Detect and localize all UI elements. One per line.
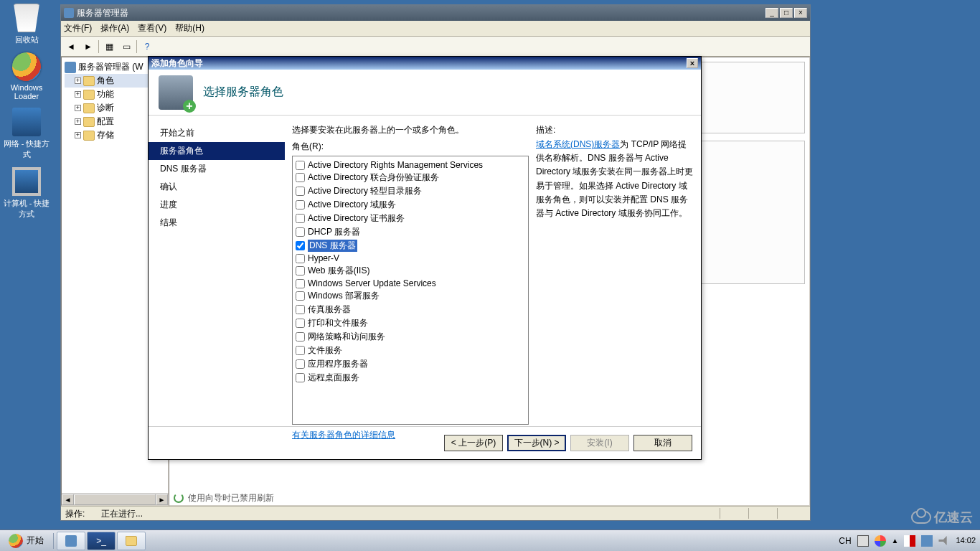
watermark: 亿速云 [911, 509, 973, 526]
refresh-icon [174, 493, 184, 503]
horizontal-scrollbar[interactable]: ◄ ► [61, 494, 169, 506]
role-checkbox[interactable] [296, 346, 305, 355]
role-checkbox[interactable] [296, 161, 305, 170]
server-manager-titlebar[interactable]: 服务器管理器 _ □ × [61, 5, 810, 21]
role-checkbox[interactable] [296, 241, 305, 250]
role-label: 文件服务 [308, 344, 342, 357]
step-results[interactable]: 结果 [149, 214, 285, 232]
step-roles[interactable]: 服务器角色 [149, 142, 285, 160]
properties-button[interactable]: ▭ [119, 39, 133, 54]
menu-view[interactable]: 查看(V) [138, 22, 166, 34]
role-checkbox[interactable] [296, 305, 305, 314]
minimize-button[interactable]: _ [765, 8, 778, 18]
wizard-heading: 选择服务器角色 [203, 85, 283, 100]
role-label: 打印和文件服务 [308, 317, 368, 329]
role-label: Active Directory Rights Management Servi… [308, 160, 483, 170]
clock[interactable]: 14:02 [956, 536, 976, 545]
role-item[interactable]: Windows 部署服务 [296, 289, 525, 303]
role-checkbox[interactable] [296, 373, 305, 382]
step-confirm[interactable]: 确认 [149, 178, 285, 196]
role-item[interactable]: Active Directory 证书服务 [296, 212, 525, 225]
role-checkbox[interactable] [296, 291, 305, 301]
windows-loader-icon[interactable]: Windows Loader [0, 49, 53, 104]
role-item[interactable]: Windows Server Update Services [296, 278, 525, 289]
role-checkbox[interactable] [296, 214, 305, 223]
step-before[interactable]: 开始之前 [149, 124, 285, 142]
forward-button[interactable]: ► [81, 39, 95, 54]
role-item[interactable]: Active Directory Rights Management Servi… [296, 159, 525, 171]
role-item[interactable]: Active Directory 域服务 [296, 198, 525, 212]
next-button[interactable]: 下一步(N) > [507, 435, 566, 451]
role-item[interactable]: DHCP 服务器 [296, 225, 525, 239]
install-button[interactable]: 安装(I) [570, 435, 629, 451]
wizard-close-button[interactable]: × [687, 58, 698, 68]
role-checkbox[interactable] [296, 319, 305, 328]
role-label: Active Directory 证书服务 [308, 212, 405, 225]
computer-shortcut-icon[interactable]: 计算机 - 快捷方式 [0, 164, 53, 223]
cancel-button[interactable]: 取消 [633, 435, 692, 451]
role-item[interactable]: 传真服务器 [296, 303, 525, 316]
tray-volume-icon[interactable] [938, 535, 950, 547]
role-checkbox[interactable] [296, 200, 305, 209]
taskbar-explorer-button[interactable] [117, 532, 146, 550]
wizard-titlebar[interactable]: 添加角色向导 × [149, 57, 701, 70]
role-item[interactable]: Web 服务器(IIS) [296, 264, 525, 278]
role-checkbox[interactable] [296, 187, 305, 196]
role-checkbox[interactable] [296, 266, 305, 276]
instruction-text: 选择要安装在此服务器上的一个或多个角色。 [292, 124, 529, 136]
close-button[interactable]: × [794, 8, 807, 18]
maximize-button[interactable]: □ [780, 8, 793, 18]
menu-file[interactable]: 文件(F) [64, 22, 92, 34]
tray-flag-icon[interactable] [904, 535, 915, 547]
menu-help[interactable]: 帮助(H) [175, 22, 204, 34]
dns-link[interactable]: 域名系统(DNS)服务器 [536, 139, 620, 149]
scroll-left-button[interactable]: ◄ [62, 494, 74, 505]
wizard-title: 添加角色向导 [151, 57, 687, 70]
tray-activity-icon[interactable] [875, 535, 886, 547]
server-manager-icon [64, 8, 74, 18]
help-button[interactable]: ? [140, 39, 154, 54]
role-item[interactable]: Active Directory 轻型目录服务 [296, 184, 525, 198]
role-label: DNS 服务器 [308, 240, 357, 252]
role-item[interactable]: 远程桌面服务 [296, 371, 525, 385]
tray-network-icon[interactable] [921, 535, 933, 547]
role-checkbox[interactable] [296, 359, 305, 369]
more-info-link[interactable]: 有关服务器角色的详细信息 [292, 429, 395, 441]
role-item[interactable]: 文件服务 [296, 344, 525, 357]
role-checkbox[interactable] [296, 332, 305, 342]
ime-indicator[interactable]: CH [839, 536, 851, 546]
wizard-main: 选择要安装在此服务器上的一个或多个角色。 角色(R): Active Direc… [285, 116, 701, 426]
role-label: 远程桌面服务 [308, 372, 359, 384]
role-item[interactable]: Hyper-V [296, 253, 525, 264]
description-label: 描述: [536, 124, 694, 136]
back-button[interactable]: ◄ [64, 39, 78, 54]
role-label: 网络策略和访问服务 [308, 331, 385, 343]
prev-button[interactable]: < 上一步(P) [444, 435, 503, 451]
menu-action[interactable]: 操作(A) [100, 22, 129, 34]
roles-listbox[interactable]: Active Directory Rights Management Servi… [292, 156, 529, 425]
step-progress[interactable]: 进度 [149, 196, 285, 214]
step-dns[interactable]: DNS 服务器 [149, 160, 285, 178]
role-label: Web 服务器(IIS) [308, 265, 369, 277]
wizard-roles-icon [159, 75, 193, 110]
role-item[interactable]: 打印和文件服务 [296, 316, 525, 330]
tray-keyboard-icon[interactable] [857, 535, 869, 547]
show-hide-tree-button[interactable]: ▦ [102, 39, 116, 54]
role-checkbox[interactable] [296, 254, 305, 263]
role-item[interactable]: 应用程序服务器 [296, 357, 525, 371]
tray-chevron-icon[interactable]: ▲ [892, 537, 899, 545]
statusbar: 操作: 正在进行... [61, 506, 810, 520]
role-checkbox[interactable] [296, 173, 305, 182]
network-shortcut-icon[interactable]: 网络 - 快捷方式 [0, 104, 53, 164]
recycle-bin-icon[interactable]: 回收站 [0, 0, 53, 49]
role-item[interactable]: Active Directory 联合身份验证服务 [296, 171, 525, 184]
role-item[interactable]: DNS 服务器 [296, 239, 525, 253]
taskbar-server-manager-button[interactable] [57, 532, 85, 550]
role-item[interactable]: 网络策略和访问服务 [296, 330, 525, 344]
scroll-thumb[interactable] [74, 494, 156, 505]
role-checkbox[interactable] [296, 279, 305, 288]
role-checkbox[interactable] [296, 227, 305, 237]
scroll-right-button[interactable]: ► [156, 494, 168, 505]
start-button[interactable]: 开始 [1, 531, 51, 551]
taskbar-powershell-button[interactable]: >_ [87, 532, 116, 550]
